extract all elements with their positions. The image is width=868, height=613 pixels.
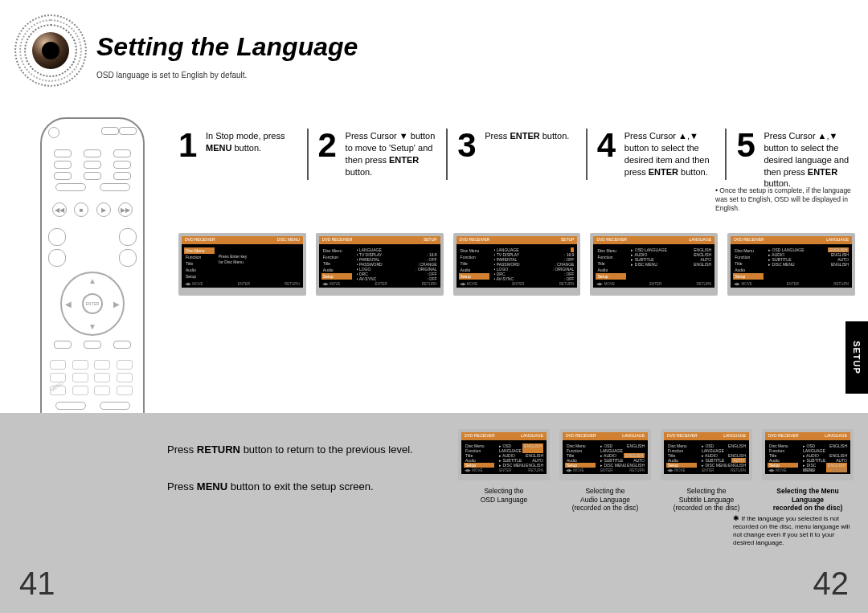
step-number: 2 [318,129,341,180]
menu-note: Press MENU button to exit the setup scre… [167,480,374,492]
step-number: 4 [597,129,620,180]
step-text: Press ENTER button. [485,129,569,180]
step-screens: DVD RECEIVERDISC MENUDisc MenuFunctionTi… [178,233,855,296]
return-note: Press RETURN button to return to the pre… [167,443,413,456]
screen-step2: DVD RECEIVERSETUPDisc MenuFunctionTitleA… [316,233,444,296]
step-number: 3 [457,129,480,180]
step-1: 1 In Stop mode, press MENU button. [178,129,297,180]
speaker-logo [14,14,87,87]
step-3: 3 Press ENTER button. [457,129,576,180]
screen-step4: DVD RECEIVERLANGUAGEDisc MenuFunctionTit… [590,233,718,296]
star-note: ✱ If the language you selected is not re… [733,514,854,547]
page-number-left: 41 [19,566,55,602]
screen-step3: DVD RECEIVERSETUPDisc MenuFunctionTitleA… [453,233,581,296]
step-text: Press Cursor ▼ button to move to 'Setup'… [346,129,437,180]
caption-row: Selecting theOSD Language Selecting theA… [458,487,854,513]
caption-discmenu: Selecting the Menu Languagerecorded on t… [762,487,854,513]
screen-osd-lang: DVD RECEIVERLANGUAGEDisc MenuFunctionTit… [458,429,550,480]
screen-step5: DVD RECEIVERLANGUAGEDisc MenuFunctionTit… [727,233,855,296]
caption-subtitle: Selecting theSubtitle Language(recorded … [661,487,752,513]
top-note: Once the setup is complete, if the langu… [715,186,854,213]
caption-audio: Selecting theAudio Language(recorded on … [559,487,651,513]
bottom-screens: DVD RECEIVERLANGUAGEDisc MenuFunctionTit… [458,429,854,480]
step-text: Press Cursor ▲,▼ button to select the de… [764,129,855,180]
screen-discmenu-lang: DVD RECEIVERLANGUAGEDisc MenuFunctionTit… [762,429,854,480]
steps-row: 1 In Stop mode, press MENU button. 2 Pre… [178,129,855,180]
page-number-right: 42 [813,566,850,602]
step-number: 5 [736,129,759,180]
page-subtitle: OSD language is set to English by defaul… [96,71,247,80]
step-4: 4 Press Cursor ▲,▼ button to select the … [597,129,716,180]
step-text: Press Cursor ▲,▼ button to select the de… [624,129,716,180]
step-2: 2 Press Cursor ▼ button to move to 'Setu… [318,129,437,180]
step-5: 5 Press Cursor ▲,▼ button to select the … [736,129,855,180]
caption-osd: Selecting theOSD Language [458,487,550,513]
side-tab-setup: SETUP [845,321,868,394]
screen-subtitle-lang: DVD RECEIVERLANGUAGEDisc MenuFunctionTit… [661,429,752,480]
step-text: In Stop mode, press MENU button. [206,129,297,180]
remote-enter-label: ENTER [82,293,103,314]
screen-audio-lang: DVD RECEIVERLANGUAGEDisc MenuFunctionTit… [559,429,651,480]
page-title: Setting the Language [96,32,358,62]
step-number: 1 [178,129,201,180]
screen-step1: DVD RECEIVERDISC MENUDisc MenuFunctionTi… [178,233,306,296]
